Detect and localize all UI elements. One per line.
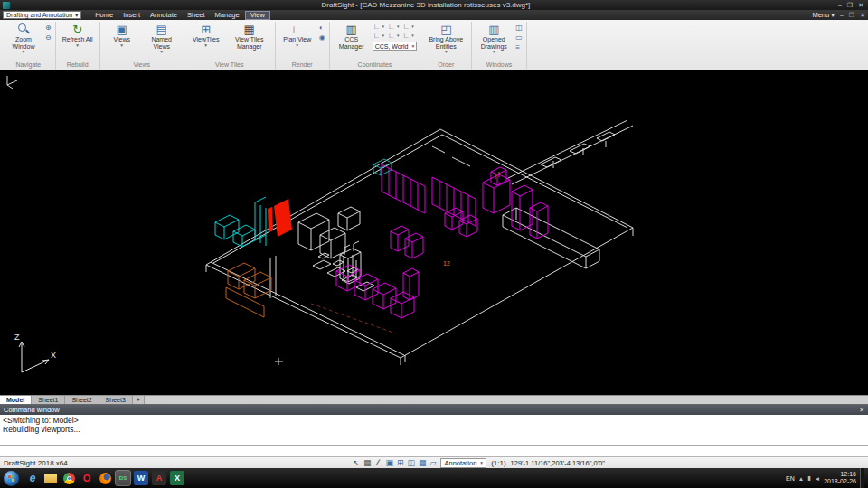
render-style-button[interactable]: ◐ <box>318 23 326 32</box>
snap-grid-toggle-icon[interactable]: ▦ <box>419 458 427 467</box>
ccs-rotate-button[interactable]: ∟▾ <box>387 32 400 40</box>
viewtiles-icon: ⊞ <box>201 23 211 36</box>
doc-close-button[interactable]: ✕ <box>860 12 865 19</box>
group-label-rebuild: Rebuild <box>59 61 97 70</box>
language-indicator[interactable]: EN <box>786 475 795 482</box>
zoom-window-icon <box>17 23 30 36</box>
volume-icon[interactable]: ◄ <box>815 475 820 482</box>
windows-taskbar: e O DS W A X EN ▲ ▮ ◄ 12:16 2018-02-26 <box>0 468 868 488</box>
etrack-toggle-icon[interactable]: ⊞ <box>397 458 404 467</box>
add-sheet-button[interactable]: + <box>133 396 145 404</box>
chrome-icon[interactable] <box>61 471 76 485</box>
refresh-all-button[interactable]: ↻ Refresh All ▾ <box>59 22 97 48</box>
polar-toggle-icon[interactable]: ◫ <box>408 458 416 467</box>
chevron-down-icon: ▾ <box>75 12 78 18</box>
lineweight-toggle-icon[interactable]: ▱ <box>430 458 437 467</box>
acrobat-icon[interactable]: A <box>152 471 166 485</box>
zoom-in-button[interactable]: ⊕ <box>44 23 52 32</box>
menu-sheet[interactable]: Sheet <box>183 11 210 20</box>
menu-home[interactable]: Home <box>90 11 118 20</box>
ribbon-group-windows: ▥ Opened Drawings ▾ ◫ ▭ ≡ Windows <box>472 22 527 70</box>
command-window-titlebar[interactable]: Command window ✕ <box>0 405 868 415</box>
draftsight-taskbar-icon[interactable]: DS <box>116 471 130 485</box>
menu-dropdown-button[interactable]: Menu ▾ <box>812 11 835 19</box>
ccs-previous-button[interactable]: ∟▾ <box>401 32 414 40</box>
date-text: 2018-02-26 <box>824 478 856 485</box>
render-sphere-button[interactable]: ◉ <box>318 33 326 42</box>
menu-manage[interactable]: Manage <box>211 11 244 20</box>
tile-windows-button[interactable]: ▭ <box>514 33 524 42</box>
command-window-close-icon[interactable]: ✕ <box>859 407 864 414</box>
clock[interactable]: 12:16 2018-02-26 <box>824 471 856 485</box>
view-tiles-manager-button[interactable]: ▦ View Tiles Manager <box>227 22 272 50</box>
internet-explorer-icon[interactable]: e <box>25 471 40 485</box>
ccs-manager-icon: ▥ <box>346 23 357 36</box>
ccs-manager-button[interactable]: ▥ CCS Manager <box>333 22 371 50</box>
hidden-icons-icon[interactable]: ▲ <box>798 475 804 482</box>
zoom-window-button[interactable]: Zoom Window ▾ <box>5 22 42 54</box>
chevron-down-icon: ▾ <box>120 43 123 48</box>
group-label-coordinates: Coordinates <box>333 61 418 70</box>
network-icon[interactable]: ▮ <box>807 474 811 482</box>
tab-sheet2[interactable]: Sheet2 <box>65 396 99 404</box>
annotation-scale-combo[interactable]: Annotation ▾ <box>440 458 486 468</box>
status-bar: DraftSight 2018 x64 ↖ ▦ ∠ ▣ ⊞ ◫ ▦ ▱ Anno… <box>0 456 868 468</box>
group-label-navigate: Navigate <box>5 61 52 70</box>
workspace-selector[interactable]: Drafting and Annotation ▾ <box>3 11 81 19</box>
window-title: DraftSight - [CAD Mezzanine 3D installat… <box>14 1 838 9</box>
plan-view-button[interactable]: ∟ Plan View ▾ <box>278 22 316 48</box>
firefox-icon[interactable] <box>98 471 112 485</box>
chevron-down-icon: ▾ <box>23 50 25 54</box>
group-label-render: Render <box>278 61 326 70</box>
chevron-down-icon: ▾ <box>160 50 163 54</box>
views-button[interactable]: ▣ Views ▾ <box>103 22 141 48</box>
chevron-down-icon: ▾ <box>831 11 835 19</box>
system-tray: EN ▲ ▮ ◄ 12:16 2018-02-26 <box>786 468 866 488</box>
command-input[interactable] <box>0 446 868 456</box>
grid-toggle-icon[interactable]: ▦ <box>363 458 372 467</box>
zoom-out-icon: ⊖ <box>45 33 52 42</box>
esnap-toggle-icon[interactable]: ▣ <box>385 458 393 467</box>
opera-icon[interactable]: O <box>80 471 94 485</box>
file-explorer-icon[interactable] <box>44 474 57 483</box>
cascade-icon: ◫ <box>515 23 523 32</box>
word-icon[interactable]: W <box>134 471 148 485</box>
ribbon-group-order: ◰ Bring Above Entities ▾ Order <box>420 22 472 70</box>
named-views-button[interactable]: ▤ Named Views ▾ <box>143 22 181 54</box>
window-list-button[interactable]: ≡ <box>514 43 524 52</box>
start-button[interactable] <box>4 471 19 486</box>
ribbon-group-rebuild: ↻ Refresh All ▾ Rebuild <box>56 22 100 70</box>
bring-above-icon: ◰ <box>440 23 451 36</box>
pointer-snap-icon[interactable]: ↖ <box>353 458 360 467</box>
doc-minimize-button[interactable]: – <box>840 12 844 18</box>
white-geometry <box>7 76 633 365</box>
doc-restore-button[interactable]: ❐ <box>849 12 854 19</box>
ccs-combo[interactable]: CCS, World ▾ <box>373 42 418 51</box>
ccs-entity-button[interactable]: ∟▾ <box>387 23 400 31</box>
windows-flag-icon <box>8 474 14 481</box>
viewtiles-button[interactable]: ⊞ ViewTiles ▾ <box>187 22 225 48</box>
menu-insert[interactable]: Insert <box>118 11 145 20</box>
cascade-windows-button[interactable]: ◫ <box>514 23 524 32</box>
ortho-toggle-icon[interactable]: ∠ <box>374 458 382 467</box>
ccs-view-button[interactable]: ∟▾ <box>373 32 385 40</box>
tab-sheet3[interactable]: Sheet3 <box>99 396 133 404</box>
cyan-equipment <box>215 197 266 247</box>
close-button[interactable]: ✕ <box>858 2 863 9</box>
menu-view[interactable]: View <box>245 11 270 20</box>
show-desktop-button[interactable] <box>860 468 864 488</box>
ccs-face-button[interactable]: ∟▾ <box>401 23 414 31</box>
ribbon-group-render: ∟ Plan View ▾ ◐ ◉ Render <box>276 22 330 70</box>
menu-annotate[interactable]: Annotate <box>146 11 182 20</box>
minimize-button[interactable]: – <box>838 2 842 9</box>
tab-model[interactable]: Model <box>0 396 32 404</box>
drawing-canvas[interactable]: Z X 12 <box>0 70 868 395</box>
ccs-origin-button[interactable]: ∟▾ <box>373 23 385 31</box>
opened-drawings-button[interactable]: ▥ Opened Drawings ▾ <box>475 22 513 54</box>
tab-sheet1[interactable]: Sheet1 <box>32 396 65 404</box>
zoom-out-button[interactable]: ⊖ <box>44 33 52 42</box>
bring-above-entities-button[interactable]: ◰ Bring Above Entities ▾ <box>423 22 468 54</box>
excel-icon[interactable]: X <box>170 471 184 485</box>
ribbon-group-coordinates: ▥ CCS Manager ∟▾ ∟▾ ∟▾ ∟▾ ∟▾ ∟▾ C <box>330 22 421 70</box>
maximize-button[interactable]: ❐ <box>847 2 853 9</box>
